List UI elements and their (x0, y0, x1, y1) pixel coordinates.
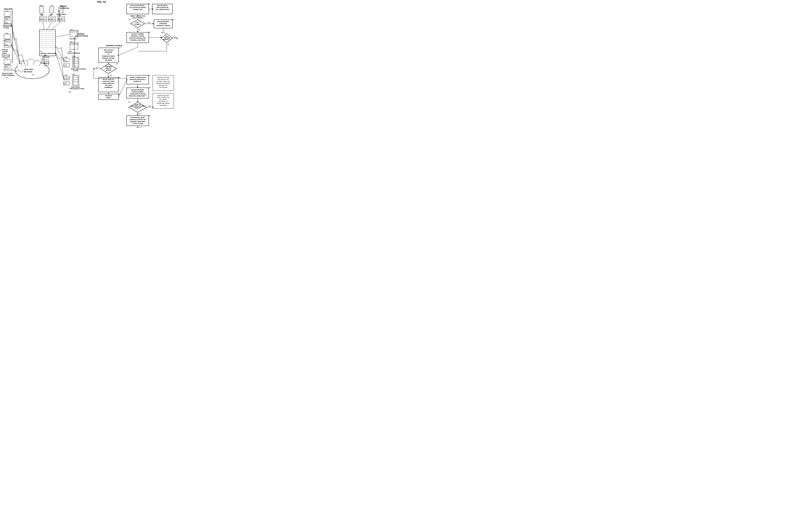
ref-113b: 113b (3, 40, 6, 41)
label-no-145: NO (167, 43, 170, 45)
funding-source-label: FUNDING SOURCE (106, 44, 122, 47)
net-device-133b-label2: DEVICE (49, 19, 53, 20)
credit-bureaus-label2: BUREAUS (60, 7, 69, 9)
node-maybeq-label1: MAY BE QUICK (157, 5, 168, 6)
node-150-label2: MADE (107, 97, 111, 98)
node-154-label1: IF APPROVED, MARK (130, 117, 145, 119)
ref-152: 152 (148, 87, 150, 88)
cp-label1: CENTRAL PROCESSOR (40, 53, 56, 54)
net-device-133a-box2 (39, 20, 47, 22)
network-device-113b-label2: WORK (4, 44, 8, 46)
bank-revue-label1: BANK CREDIT REVUE® (71, 68, 86, 70)
ref-149: 149 (118, 77, 120, 78)
arrowhead-151-152 (137, 87, 138, 88)
node-146-label1: SELECT FUNDING (132, 33, 144, 35)
dealer-dumb-label2: DUMB TERMINALS (2, 74, 15, 76)
node-146-label2: SOURCES: 1 BANK, (131, 35, 144, 37)
node-147-label6: DECISION (105, 59, 112, 61)
fax-non-auto-label2: NON-AUTOMATED (67, 53, 80, 54)
node-144-label2: OVERVIEW, (159, 23, 167, 25)
bank-proc-box2 (74, 75, 79, 85)
arrowhead-145-yes (177, 37, 178, 39)
dealer-system-label3: USING (2, 53, 7, 54)
node-149-label3: VIEW, BUREAUS, (103, 83, 114, 84)
interface-123b-label2: FACE (64, 84, 67, 85)
net-device-133c-label2: DEVICE (58, 19, 62, 20)
fax-host-label: FAX HOST (69, 38, 77, 39)
node-145-label2: ANOTHER (164, 37, 170, 38)
ref-102: 102 (40, 51, 42, 53)
label-no-153: NO (138, 113, 141, 114)
note-dealer-wait-2: HAVE TO WAIT FOR (157, 97, 169, 98)
node-148-label1: REQUIRES (105, 66, 112, 67)
ref-123b: ~123b (63, 74, 67, 76)
node-147-label3: AT (108, 54, 110, 55)
node-153-label4: ? (137, 109, 138, 110)
note-funding-not-online-2: THAT ARE NOT ON- (157, 79, 169, 80)
ref-104: 104 (32, 74, 34, 76)
lending-label2: INSTITUTIONS (75, 35, 88, 37)
credit-connection-bureau-label2: CALLS BUREAU (132, 17, 143, 19)
note-funding-not-online-4: DECISIONS ENTERED (156, 83, 170, 84)
node-147-label2: RECEIVED (105, 52, 112, 53)
arrowhead-152-153 (137, 101, 138, 102)
ref-154: 154 (148, 115, 150, 116)
ref-142: 142 (148, 3, 150, 5)
note-funding-not-online-6: THE DEALER (159, 87, 167, 88)
node-148-label3: REVIEW (106, 69, 111, 71)
label-yes-145: YES (173, 36, 176, 38)
dealer-dumb-label1: DEALER USING (2, 73, 13, 74)
ref-145: 145 (161, 32, 163, 33)
ref-133a: ~133a (39, 15, 44, 16)
arrow-150-151 (119, 80, 126, 97)
arrowhead-153-yes (152, 107, 153, 108)
ref-143: 143 (128, 19, 130, 20)
node-153-label2: ADDITIONAL FUNDING (130, 106, 145, 107)
conn-133b-cp (47, 22, 52, 30)
wan-label1: WIDE AREA (24, 68, 33, 70)
ref-132c: ~132c (59, 5, 63, 6)
label-no-143: NO (138, 29, 141, 30)
bank-revue-box2 (74, 57, 79, 67)
bank-revue-label2: SYSTEM (73, 70, 78, 71)
ref-103: 103 (41, 58, 44, 60)
network-device-113b-box2 (4, 46, 11, 48)
diagram-svg: FIG. 12 DEALERS ~112a NET- WORK 113a DEA… (0, 0, 203, 128)
ref-113a: 113a (4, 18, 8, 20)
node-153-label3: SOURCES (135, 107, 141, 109)
ref-132b: ~132b (50, 5, 54, 6)
arrowhead-150-151 (126, 79, 127, 80)
label-yes-153: YES (148, 106, 151, 107)
dealer-fi-label1: DEALER F&I (3, 25, 12, 27)
conn-133a-cp (43, 22, 44, 30)
node-147-label4: FUNDING SOURCE: (102, 55, 115, 57)
bank-proc-box1 (72, 75, 78, 85)
lending-label1: LENDING (76, 33, 85, 35)
note-dealer-wait-6: DECISIONS (160, 104, 167, 106)
label-yes-148: YES (109, 75, 112, 76)
net-device-123b-label2: DEVICE (64, 79, 68, 80)
net-device-123a-label2: WORK (64, 60, 67, 62)
node-maybeq-label2: APPLICATION OR (156, 7, 168, 8)
ref-124b: ~124b (71, 73, 75, 75)
node-149-label5: COMMENTS (105, 87, 113, 88)
computer-112a-screen (4, 12, 11, 17)
dealers-label: DEALERS (4, 8, 13, 10)
node-143-label1: CALL (136, 22, 140, 23)
arrowhead-142-maybeq (152, 8, 153, 10)
note-funding-not-online-3: LINE WILL HAVE THE (157, 81, 170, 82)
node-147-label1: APPLICATION (104, 50, 113, 51)
server-trw (39, 7, 44, 13)
ref-123a: ~123a (63, 56, 67, 58)
computer-112b-screen (4, 34, 11, 39)
conn-144-145 (163, 32, 167, 34)
node-154-label2: FUNDING SOURCE FOR (129, 119, 146, 120)
ref-110: 110 (5, 77, 8, 78)
ref-155: ~155 (139, 127, 142, 128)
cp-label2: AND (44, 55, 47, 56)
arrowhead-148-no (93, 68, 94, 69)
ref-120: 120 (68, 91, 71, 93)
ref-151: 151 (148, 74, 150, 76)
ref-148: 148 (116, 63, 118, 64)
note-dealer-wait-5: REVIEW RETURNED (157, 103, 170, 104)
